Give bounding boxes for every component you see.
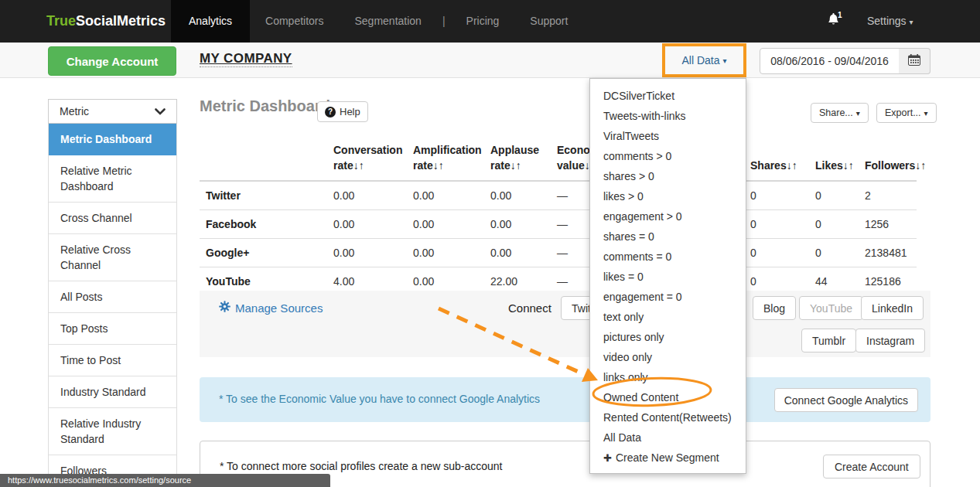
col-header-applause-rate[interactable]: Applause rate↓↑ [484, 138, 551, 181]
date-range-input[interactable]: 08/06/2016 - 09/04/2016 [760, 48, 900, 74]
connect-blog-button[interactable]: Blog [753, 296, 796, 320]
connect-google-analytics-button[interactable]: Connect Google Analytics [774, 388, 918, 412]
connect-label: Connect [508, 301, 551, 315]
share-label: Share... [819, 107, 853, 118]
manage-sources-link[interactable]: Manage Sources [219, 301, 323, 315]
row-label-google: Google+ [200, 239, 327, 267]
segment-option-all-data[interactable]: All Data [590, 427, 746, 448]
export-label: Export... [885, 107, 921, 118]
segment-option-comments-0[interactable]: comments = 0 [590, 247, 746, 267]
manage-sources-label: Manage Sources [235, 301, 323, 315]
connect-tumblr-button[interactable]: Tumblr [801, 329, 856, 352]
segment-option-shares-0[interactable]: shares > 0 [590, 166, 746, 186]
cell: 0.00 [407, 239, 484, 267]
segment-option-rented-content-retweets[interactable]: Rented Content(Retweets) [590, 407, 746, 427]
cell: 0 [744, 239, 809, 267]
col-header-followers[interactable]: Followers↓↑ [859, 138, 917, 181]
cell: 0.00 [407, 181, 484, 210]
sidebar-item-metric-dashboard[interactable]: Metric Dashboard [49, 124, 176, 155]
segment-option-engagement-0[interactable]: engagement > 0 [590, 206, 746, 226]
nav-divider: | [437, 0, 451, 43]
cell: 2 [859, 181, 917, 210]
segment-option-text-only[interactable]: text only [590, 307, 746, 327]
cell: 0.00 [484, 181, 551, 210]
page-title: Metric Dashboard [200, 97, 330, 115]
google-analytics-notice: * To see the Economic Value you have to … [200, 377, 930, 422]
segment-selector[interactable]: All Data ▾ [662, 43, 746, 77]
calendar-icon [908, 54, 920, 69]
col-header-shares[interactable]: Shares↓↑ [744, 138, 809, 181]
segment-create-new-label: Create New Segment [616, 451, 719, 464]
connect-instagram-button[interactable]: Instagram [855, 329, 925, 352]
cell: 0.00 [327, 239, 407, 267]
segment-selector-label: All Data [681, 54, 719, 66]
segment-option-tweets-with-links[interactable]: Tweets-with-links [590, 106, 746, 126]
gear-icon [219, 301, 230, 315]
brand-logo[interactable]: TrueSocialMetrics [46, 0, 166, 43]
segment-option-viraltweets[interactable]: ViralTweets [590, 126, 746, 146]
segment-option-dcsilverticket[interactable]: DCSilverTicket [590, 86, 746, 106]
cell: 2138481 [859, 239, 917, 267]
chevron-down-icon [155, 105, 166, 117]
cell: 0.00 [327, 210, 407, 239]
subheader-bar: Change Account MY COMPANY All Data ▾ 08/… [0, 43, 980, 78]
segment-option-pictures-only[interactable]: pictures only [590, 327, 746, 347]
settings-label: Settings [867, 15, 907, 27]
settings-menu[interactable]: Settings▾ [867, 0, 913, 43]
table-header-row: Conversation rate↓↑Amplification rate↓↑A… [200, 138, 917, 181]
help-label: Help [340, 106, 360, 117]
help-button[interactable]: ?Help [317, 101, 368, 122]
sidebar-item-relative-industry-standard[interactable]: Relative Industry Standard [49, 408, 176, 455]
connect-linkedin-button[interactable]: LinkedIn [861, 296, 924, 320]
segment-create-new[interactable]: ✚Create New Segment [590, 448, 746, 468]
sidebar-item-industry-standard[interactable]: Industry Standard [49, 376, 176, 408]
cell: 0.00 [327, 181, 407, 210]
share-button[interactable]: Share...▾ [811, 103, 869, 123]
export-button[interactable]: Export...▾ [876, 103, 937, 123]
sidebar-header-label: Metric [60, 105, 89, 117]
cell: 0 [809, 239, 859, 267]
sidebar-item-cross-channel[interactable]: Cross Channel [49, 203, 176, 234]
col-header-amplification-rate[interactable]: Amplification rate↓↑ [407, 138, 484, 181]
segment-option-owned-content[interactable]: Owned Content [590, 387, 746, 407]
col-header-conversation-rate[interactable]: Conversation rate↓↑ [327, 138, 407, 181]
calendar-button[interactable] [899, 48, 930, 74]
sources-strip: Manage Sources Connect TwitterBlogYouTub… [200, 291, 930, 357]
sidebar-item-relative-metric-dashboard[interactable]: Relative Metric Dashboard [49, 155, 176, 203]
sidebar-list: Metric DashboardRelative Metric Dashboar… [48, 124, 177, 487]
caret-down-icon: ▾ [910, 18, 913, 26]
cell: 0.00 [484, 239, 551, 267]
change-account-button[interactable]: Change Account [48, 46, 176, 76]
col-header-likes[interactable]: Likes↓↑ [809, 138, 859, 181]
row-label-facebook: Facebook [200, 210, 327, 239]
segment-option-shares-0[interactable]: shares = 0 [590, 226, 746, 247]
sidebar-item-all-posts[interactable]: All Posts [49, 281, 176, 313]
nav-item-support[interactable]: Support [514, 0, 583, 43]
cell: 0.00 [407, 210, 484, 239]
segment-dropdown-list: DCSilverTicketTweets-with-linksViralTwee… [590, 86, 746, 468]
segment-option-video-only[interactable]: video only [590, 347, 746, 367]
nav-item-segmentation[interactable]: Segmentation [340, 0, 437, 43]
segment-option-links-only[interactable]: links only [590, 367, 746, 387]
table-row-twitter: Twitter0.000.000.00—002 [200, 181, 917, 210]
sidebar-item-top-posts[interactable]: Top Posts [49, 313, 176, 345]
notifications-button[interactable]: 1 [828, 13, 839, 29]
create-account-button[interactable]: Create Account [823, 455, 920, 478]
sidebar-item-time-to-post[interactable]: Time to Post [49, 345, 176, 376]
segment-option-likes-0[interactable]: likes > 0 [590, 186, 746, 206]
sidebar-item-relative-cross-channel[interactable]: Relative Cross Channel [49, 234, 176, 281]
segment-option-engagement-0[interactable]: engagement = 0 [590, 287, 746, 307]
company-link[interactable]: MY COMPANY [200, 51, 292, 67]
plus-icon: ✚ [603, 452, 612, 464]
segment-option-comments-0[interactable]: comments > 0 [590, 146, 746, 166]
brand-rest: SocialMetrics [76, 13, 166, 29]
sidebar-metric-header[interactable]: Metric [48, 99, 177, 124]
brand-true: True [46, 13, 76, 29]
nav-item-analytics[interactable]: Analytics [171, 0, 250, 43]
nav-item-pricing[interactable]: Pricing [451, 0, 515, 43]
top-navbar: TrueSocialMetrics AnalyticsCompetitorsSe… [0, 0, 980, 43]
cell: 0 [744, 210, 809, 239]
nav-item-competitors[interactable]: Competitors [250, 0, 339, 43]
segment-option-likes-0[interactable]: likes = 0 [590, 267, 746, 287]
segment-dropdown: DCSilverTicketTweets-with-linksViralTwee… [589, 78, 746, 474]
